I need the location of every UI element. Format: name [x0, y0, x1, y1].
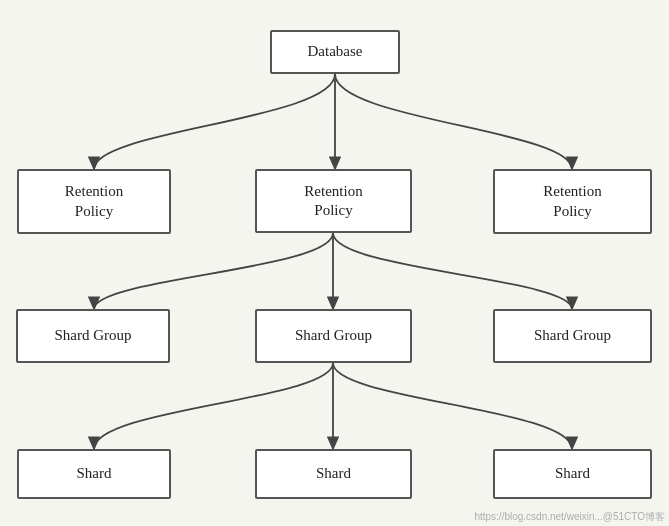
rp-right-label: RetentionPolicy — [543, 182, 601, 221]
watermark: https://blog.csdn.net/weixin...@51CTO博客 — [474, 510, 665, 524]
database-label: Database — [308, 42, 363, 62]
sg-left-label: Shard Group — [54, 326, 131, 346]
shard-right-label: Shard — [555, 464, 590, 484]
retention-policy-right: RetentionPolicy — [493, 169, 652, 234]
database-node: Database — [270, 30, 400, 74]
rp-left-label: RetentionPolicy — [65, 182, 123, 221]
shard-center: Shard — [255, 449, 412, 499]
sg-center-label: Shard Group — [295, 326, 372, 346]
arrows-svg — [0, 0, 669, 526]
retention-policy-center: RetentionPolicy — [255, 169, 412, 233]
shard-group-right: Shard Group — [493, 309, 652, 363]
retention-policy-left: RetentionPolicy — [17, 169, 171, 234]
rp-center-label: RetentionPolicy — [304, 182, 362, 221]
sg-right-label: Shard Group — [534, 326, 611, 346]
shard-left: Shard — [17, 449, 171, 499]
shard-group-center: Shard Group — [255, 309, 412, 363]
shard-group-left: Shard Group — [16, 309, 170, 363]
shard-center-label: Shard — [316, 464, 351, 484]
diagram-container: Database RetentionPolicy RetentionPolicy… — [0, 0, 669, 526]
shard-left-label: Shard — [77, 464, 112, 484]
shard-right: Shard — [493, 449, 652, 499]
